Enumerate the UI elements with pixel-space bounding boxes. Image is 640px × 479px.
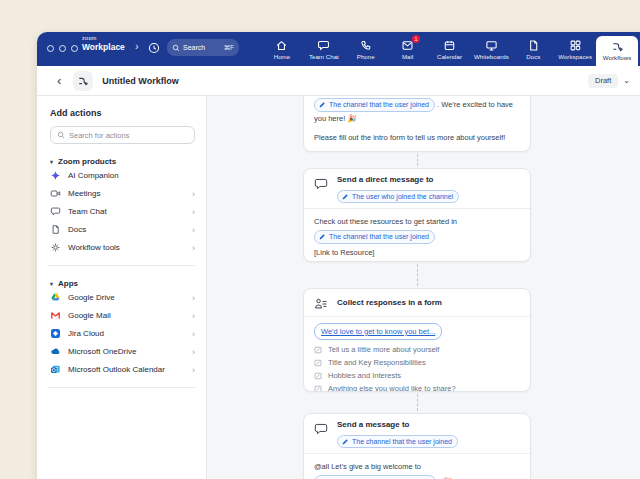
nav-item-home[interactable]: Home: [261, 32, 303, 66]
sidebar-item-ai-companion[interactable]: AI Companion: [50, 167, 195, 184]
variable-pill[interactable]: The channel that the user joined: [314, 98, 435, 112]
sidebar-item-microsoft-outlook-calendar[interactable]: Microsoft Outlook Calendar ›: [50, 361, 195, 378]
sidebar-item-workflow-tools[interactable]: Workflow tools ›: [50, 239, 195, 256]
sidebar-item-google-mail[interactable]: Google Mail ›: [50, 307, 195, 324]
calendar-icon: [443, 39, 456, 52]
docs-icon: [527, 39, 540, 52]
form-question-row: Title and Key Responsibilities: [314, 356, 520, 369]
chevron-right-icon: ›: [192, 189, 195, 199]
chevron-right-icon: ›: [192, 329, 195, 339]
nav-item-team-chat[interactable]: Team Chat: [303, 32, 345, 66]
mail-unread-badge: 1: [412, 35, 420, 43]
chevron-right-icon: ›: [192, 311, 195, 321]
nav-item-workflows[interactable]: Workflows: [596, 36, 638, 66]
message-text: [Link to Resource]: [314, 246, 520, 259]
window-control-dot[interactable]: [59, 45, 66, 52]
sidebar-item-team-chat[interactable]: Team Chat ›: [50, 203, 195, 220]
nav-item-whiteboards[interactable]: Whiteboards: [470, 32, 512, 66]
variable-pill[interactable]: The channel that the user joined: [314, 230, 435, 244]
team-chat-icon: [50, 206, 61, 217]
primary-navigation: Home Team Chat Phone: [261, 32, 638, 66]
workflow-card-collect-responses[interactable]: Collect responses in a form We'd love to…: [303, 288, 531, 392]
actions-search[interactable]: [50, 126, 195, 144]
sidebar-item-google-drive[interactable]: Google Drive ›: [50, 289, 195, 306]
meetings-icon: [50, 188, 61, 199]
window-controls[interactable]: [47, 45, 78, 52]
short-answer-icon: [314, 372, 322, 380]
message-text: [Link to Team calendar]: [314, 259, 520, 262]
jira-icon: [50, 328, 61, 339]
section-header-apps[interactable]: ▾ Apps: [50, 279, 195, 288]
ai-companion-icon: [50, 170, 61, 181]
zoom-workplace-logo: zoom Workplace: [82, 36, 125, 51]
sidebar-item-docs[interactable]: Docs ›: [50, 221, 195, 238]
edit-pencil-icon: [342, 438, 349, 445]
short-answer-icon: [314, 359, 322, 367]
variable-pill[interactable]: The user who joined the channel: [337, 190, 459, 204]
form-title-link[interactable]: We'd love to get to know you bet...: [314, 323, 442, 340]
global-search-input[interactable]: Search ⌘F: [167, 39, 239, 56]
nav-item-workspaces[interactable]: Workspaces: [554, 32, 596, 66]
nav-item-mail[interactable]: 1 Mail: [387, 32, 429, 66]
sidebar-item-meetings[interactable]: Meetings ›: [50, 185, 195, 202]
nav-item-calendar[interactable]: Calendar: [429, 32, 471, 66]
app-window: zoom Workplace › Search ⌘F: [37, 32, 640, 479]
workflow-canvas[interactable]: The channel that the user joined . We're…: [207, 96, 640, 479]
form-question-row: Hobbies and Interests: [314, 369, 520, 382]
sidebar-heading: Add actions: [50, 108, 195, 118]
history-icon[interactable]: [147, 41, 161, 55]
chat-bubble-icon: [314, 177, 328, 191]
whiteboards-icon: [485, 39, 498, 52]
chevron-right-icon: ›: [192, 225, 195, 235]
message-text: Check out these resources to get started…: [314, 215, 520, 228]
outlook-calendar-icon: [50, 364, 61, 375]
chevron-right-icon: ›: [192, 347, 195, 357]
search-icon: [57, 131, 65, 139]
nav-item-docs[interactable]: Docs: [512, 32, 554, 66]
onedrive-icon: [50, 346, 61, 357]
status-badge[interactable]: Draft: [588, 74, 618, 88]
sidebar-item-microsoft-onedrive[interactable]: Microsoft OneDrive ›: [50, 343, 195, 360]
workflow-type-icon: [73, 71, 93, 91]
variable-pill[interactable]: The user who joined the channel: [314, 475, 436, 479]
logo-expand-chevron-icon[interactable]: ›: [135, 40, 139, 52]
variable-pill[interactable]: The channel that the user joined: [337, 435, 458, 449]
connector-dashed-line: [417, 394, 418, 411]
card-title: Send a direct message to: [337, 175, 459, 185]
workspaces-icon: [569, 39, 582, 52]
team-chat-icon: [317, 39, 330, 52]
nav-item-phone[interactable]: Phone: [345, 32, 387, 66]
phone-icon: [359, 39, 372, 52]
workflow-toolbar: ‹ Untitled Workflow Draft ⌄: [37, 66, 640, 96]
docs-icon: [50, 224, 61, 235]
sidebar-item-jira-cloud[interactable]: Jira Cloud ›: [50, 325, 195, 342]
logo-workplace-text: Workplace: [82, 43, 125, 52]
window-control-dot[interactable]: [71, 45, 78, 52]
message-text: Please fill out the intro form to tell u…: [314, 132, 520, 143]
collapse-caret-icon: ▾: [50, 158, 53, 165]
sidebar-section-zoom-products: ▾ Zoom products AI Companion Me: [50, 157, 195, 256]
workflow-title: Untitled Workflow: [102, 76, 178, 86]
form-question-row: Tell us a little more about yourself: [314, 343, 520, 356]
home-icon: [275, 39, 288, 52]
actions-search-input[interactable]: [69, 131, 188, 140]
short-answer-icon: [314, 346, 322, 354]
google-drive-icon: [50, 292, 61, 303]
message-text: @all Let's give a big welcome to: [314, 460, 520, 473]
chat-bubble-icon: [314, 422, 328, 436]
connector-dashed-line: [417, 264, 418, 286]
workflow-card-send-message-partial[interactable]: The channel that the user joined . We're…: [303, 96, 531, 152]
section-header-zoom-products[interactable]: ▾ Zoom products: [50, 157, 195, 166]
gear-icon: [50, 242, 61, 253]
window-control-dot[interactable]: [47, 45, 54, 52]
chevron-right-icon: ›: [192, 207, 195, 217]
workflow-card-send-message[interactable]: Send a message to The channel that the u…: [303, 413, 531, 479]
status-caret-icon[interactable]: ⌄: [623, 76, 630, 85]
card-title: Collect responses in a form: [337, 298, 442, 308]
form-respondent-icon: [314, 297, 328, 311]
top-navbar: zoom Workplace › Search ⌘F: [37, 32, 640, 66]
back-button[interactable]: ‹: [57, 74, 61, 87]
workflow-card-send-direct-message[interactable]: Send a direct message to The user who jo…: [303, 168, 531, 262]
chevron-right-icon: ›: [192, 293, 195, 303]
sidebar-divider: [48, 387, 195, 388]
